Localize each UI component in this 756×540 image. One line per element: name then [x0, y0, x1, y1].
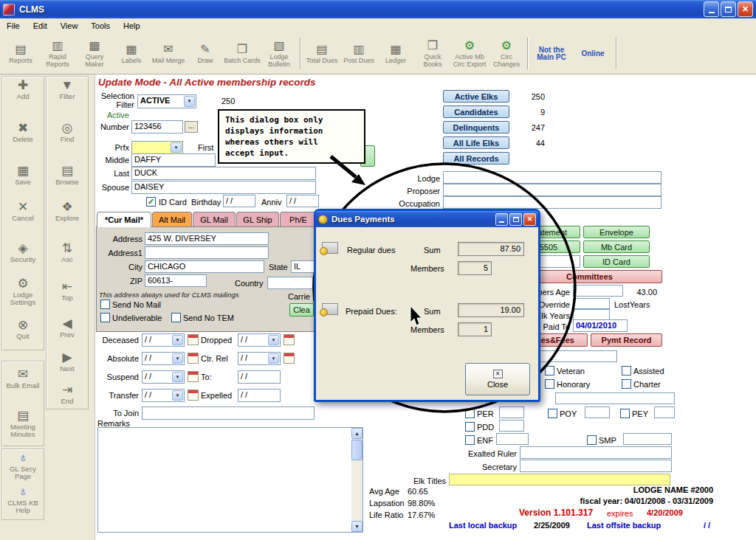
pymt-record-button[interactable]: Pymt Record [591, 333, 662, 347]
dropped-date-field[interactable]: / / [238, 333, 281, 347]
sidebar-prev-button[interactable]: ◀Prev [48, 317, 86, 339]
active-elks-button[interactable]: Active Elks [443, 90, 509, 103]
per-field[interactable] [499, 406, 524, 418]
minimize-button[interactable] [704, 1, 719, 17]
city-field[interactable]: CHICAGO [145, 260, 264, 273]
toolbar-ledger[interactable]: ▦Ledger [377, 35, 414, 72]
toolbar-total-dues[interactable]: ▤Total Dues [303, 35, 340, 72]
menu-help[interactable]: Help [117, 19, 147, 32]
toolbar-mail-merge[interactable]: ✉Mail Merge [150, 35, 187, 72]
sidebar-cancel-button[interactable]: ✕Cancel [4, 201, 42, 222]
middle-name-field[interactable]: DAFFY [131, 153, 216, 167]
sidebar-top-button[interactable]: ⇤Top [48, 280, 86, 302]
envelope-button[interactable]: Envelope [583, 226, 650, 238]
absolute-calendar-icon[interactable] [188, 353, 199, 364]
secretary-field[interactable] [520, 460, 672, 472]
sidebar-filter-button[interactable]: ▼Filter [48, 79, 86, 100]
toolbar-labels[interactable]: ▦Labels [113, 35, 150, 72]
elk-years-field[interactable] [573, 309, 610, 320]
menu-edit[interactable]: Edit [27, 19, 54, 32]
panel-empty-field[interactable] [532, 350, 617, 362]
sidebar-security-button[interactable]: ◈Security [4, 242, 42, 263]
chevron-down-icon[interactable] [268, 335, 279, 345]
proposer-field[interactable] [443, 184, 662, 196]
honorary-checkbox[interactable] [545, 379, 554, 389]
toolbar-circ-changes[interactable]: ⚙Circ Changes [488, 35, 525, 72]
tab-gl-mail[interactable]: GL Mail [193, 212, 236, 227]
sidebar-bulk-email-button[interactable]: ✉Bulk Email [4, 368, 42, 390]
sidebar-quit-button[interactable]: ⊗Quit [4, 319, 42, 340]
ctr-rel-calendar-icon[interactable] [284, 353, 295, 364]
send-no-mail-checkbox[interactable] [100, 300, 110, 309]
pdd-field[interactable] [499, 420, 524, 432]
assisted-checkbox[interactable] [622, 366, 631, 375]
candidates-button[interactable]: Candidates [443, 105, 509, 118]
chevron-down-icon[interactable] [184, 96, 195, 107]
address-field[interactable]: 425 W. DIVERSEY [145, 232, 269, 245]
panel-empty-field[interactable] [555, 392, 675, 404]
elk-titles-field[interactable] [449, 474, 670, 485]
dialog-close-button[interactable]: ✕ [523, 213, 536, 226]
menu-tools[interactable]: Tools [84, 19, 117, 32]
clear-button[interactable]: Clea [289, 303, 314, 316]
chevron-down-icon[interactable] [172, 390, 183, 401]
scrollbar-thumb[interactable] [351, 440, 362, 460]
anniv-field[interactable]: / / [286, 195, 319, 207]
poy-field[interactable] [585, 406, 610, 418]
menu-file[interactable]: File [0, 19, 27, 32]
chevron-down-icon[interactable] [172, 335, 183, 345]
country-field[interactable] [267, 277, 313, 289]
dialog-minimize-button[interactable] [495, 213, 508, 226]
state-field[interactable]: IL [291, 260, 315, 273]
sidebar-clms-kb-help-button[interactable]: ♁CLMS KB Help [4, 485, 42, 514]
birthday-field[interactable]: / / [223, 195, 255, 207]
exalted-ruler-field[interactable] [520, 446, 672, 459]
to-date-field[interactable]: / / [238, 370, 281, 384]
toolbar-reports[interactable]: ▤Reports [2, 35, 39, 72]
scroll-down-icon[interactable]: ▼ [351, 521, 362, 532]
toolbar-lodge-bulletin[interactable]: ▧Lodge Bulletin [261, 35, 298, 72]
sidebar-save-button[interactable]: ▦Save [4, 165, 42, 186]
undeliverable-checkbox[interactable] [100, 313, 110, 322]
tab-cur-mail[interactable]: *Cur Mail* [97, 212, 151, 227]
remarks-textarea[interactable] [97, 427, 363, 533]
occupation-field[interactable] [443, 196, 662, 209]
selection-filter-combo[interactable]: ACTIVE [137, 94, 196, 108]
id-card-button[interactable]: ID Card [583, 255, 650, 268]
close-button[interactable]: ✕ [738, 1, 753, 17]
all-records-button[interactable]: All Records [443, 152, 509, 165]
per-checkbox[interactable] [465, 409, 475, 418]
toolbar-active-mb-circ-export[interactable]: ⚙Active Mb Circ Export [451, 35, 488, 72]
address1-field[interactable] [145, 246, 269, 259]
to-join-field[interactable] [142, 406, 315, 420]
expelled-date-field[interactable]: / / [238, 389, 281, 402]
sidebar-lodge-settings-button[interactable]: ⚙Lodge Settings [4, 277, 42, 306]
pey-checkbox[interactable] [620, 409, 630, 418]
charter-checkbox[interactable] [622, 379, 631, 389]
sidebar-delete-button[interactable]: ✖Delete [4, 122, 42, 143]
transfer-calendar-icon[interactable] [188, 390, 199, 401]
absolute-date-field[interactable]: / / [142, 352, 185, 365]
sidebar-meeting-minutes-button[interactable]: ▤Meeting Minutes [4, 409, 42, 438]
last-name-field[interactable]: DUCK [131, 167, 316, 180]
dropped-calendar-icon[interactable] [284, 334, 295, 345]
poy-checkbox[interactable] [548, 409, 557, 418]
chevron-down-icon[interactable] [172, 353, 183, 364]
tab-gl-ship[interactable]: GL Ship [236, 212, 279, 227]
sidebar-asc-button[interactable]: ⇅Asc [48, 242, 86, 263]
all-life-elks-button[interactable]: All Life Elks [443, 136, 509, 149]
enf-field[interactable] [496, 433, 529, 445]
smp-checkbox[interactable] [587, 435, 597, 445]
sidebar-next-button[interactable]: ▶Next [48, 351, 86, 373]
deceased-calendar-icon[interactable] [188, 334, 199, 345]
lookup-ellipsis-button[interactable]: ... [185, 121, 198, 133]
sidebar-explore-button[interactable]: ❖Explore [48, 201, 86, 222]
toolbar-post-dues[interactable]: ▥Post Dues [340, 35, 377, 72]
members-age-field[interactable] [573, 285, 623, 297]
id-card-checkbox[interactable] [146, 197, 156, 207]
ctr-rel-date-field[interactable]: / / [238, 352, 281, 365]
send-no-tem-checkbox[interactable] [171, 313, 181, 322]
toolbar-rapid-reports[interactable]: ▥Rapid Reports [39, 35, 76, 72]
mb-card-button[interactable]: Mb Card [583, 240, 650, 253]
maximize-button[interactable] [721, 1, 736, 17]
